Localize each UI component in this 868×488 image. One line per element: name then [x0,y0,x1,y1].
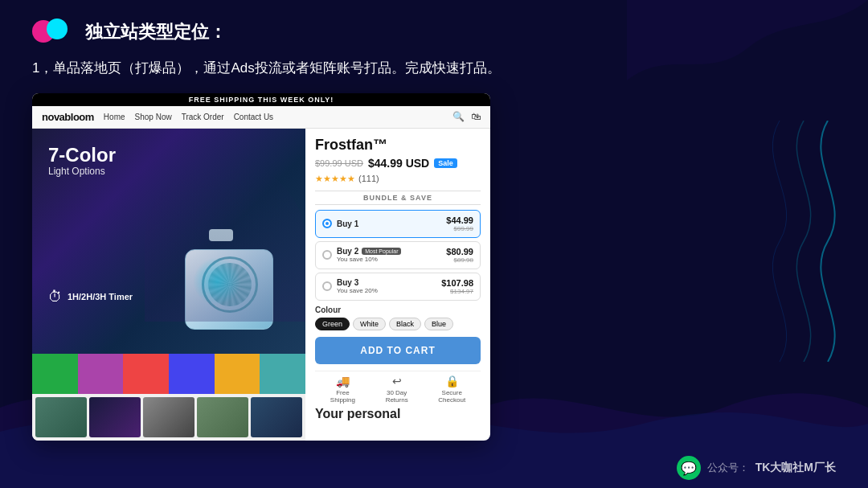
trust-badge-shipping: 🚚 Free Shipping [330,375,355,404]
swatch-red[interactable] [123,354,169,394]
swatch-yellow[interactable] [215,354,260,394]
sale-badge: Sale [434,158,457,168]
colour-white[interactable]: White [353,318,386,330]
watermark-brand: TK大咖社M厂长 [755,461,836,475]
brand-name: novabloom [42,111,94,123]
wechat-icon: 💬 [677,456,701,480]
bundle-price-orig-1: $99.99 [446,225,473,232]
light-options-text: Light Options [48,166,116,177]
thumbnail-5[interactable] [251,397,302,437]
bundle-label-2: Buy 2 [337,247,358,256]
returns-line2: Returns [386,396,408,404]
nav-links: Home Shop Now Track Order Contact Us [104,113,273,121]
shipping-line2: Shipping [330,396,355,404]
bundle-price-main-1: $44.99 [446,215,473,225]
current-price: $44.99 USD [368,157,429,170]
header-row: 独立站类型定位： [32,16,836,48]
colour-green[interactable]: Green [315,318,350,330]
bundle-label-1: Buy 1 [337,219,358,228]
trust-badge-secure: 🔒 Secure Checkout [438,375,465,404]
bundle-price-orig-3: $134.97 [441,288,473,295]
person-area [145,161,305,322]
bundle-price-main-3: $107.98 [441,278,473,288]
nav-home[interactable]: Home [104,113,125,121]
timer-text: 1H/2H/3H Timer [68,292,133,301]
product-image-area: 7-Color Light Options ⏱ 1H/2H/3H Timer [32,129,305,441]
your-personal-text: Your personal [315,407,481,421]
nav-track[interactable]: Track Order [182,113,224,121]
radio-btn-2 [322,250,332,260]
trust-badge-returns: ↩ 30 Day Returns [386,375,408,404]
rating-count: (111) [358,174,379,183]
swatch-green[interactable] [32,354,78,394]
bundle-info-3: Buy 3 You save 20% [337,278,378,294]
bundle-price-orig-2: $89.98 [446,256,473,264]
product-details: Frostfan™ $99.99 USD $44.99 USD Sale ★★★… [305,129,490,441]
thumbnail-2[interactable] [89,397,141,437]
bundle-info-2: Buy 2 Most Popular You save 10% [337,247,401,263]
bundle-price-1: $44.99 $99.99 [446,215,473,232]
subtitle: 1，单品落地页（打爆品），通过Ads投流或者矩阵账号打品。完成快速打品。 [32,58,836,79]
main-product-image: 7-Color Light Options ⏱ 1H/2H/3H Timer [32,129,305,354]
swatch-teal[interactable] [260,354,305,394]
thumbnails [32,394,305,441]
price-row: $99.99 USD $44.99 USD Sale [315,157,481,170]
timer-section: ⏱ 1H/2H/3H Timer [48,289,133,306]
radio-btn-1 [322,219,332,228]
announcement-bar: FREE SHIPPING THIS WEEK ONLY! [32,93,490,106]
header-title: 独立站类型定位： [85,20,227,44]
timer-icon: ⏱ [48,289,63,306]
product-title: Frostfan™ [315,137,481,154]
shipping-icon: 🚚 [330,375,355,388]
returns-line1: 30 Day [387,389,407,396]
search-icon[interactable]: 🔍 [452,111,465,122]
popular-badge: Most Popular [362,248,401,255]
product-image-overlay: 7-Color Light Options [48,145,116,177]
browser-mockup: FREE SHIPPING THIS WEEK ONLY! novabloom … [32,93,490,441]
bundle-price-3: $107.98 $134.97 [441,278,473,295]
watermark-prefix: 公众号： [707,461,749,475]
thumbnail-3[interactable] [143,397,194,437]
swatch-blue[interactable] [169,354,215,394]
color-swatches [32,354,305,394]
logo-circles [32,16,72,48]
bottom-bar: 💬 公众号： TK大咖社M厂长 [0,448,868,488]
trust-badges: 🚚 Free Shipping ↩ 30 Day Returns 🔒 Secur… [315,371,481,404]
watermark: 💬 公众号： TK大咖社M厂长 [677,456,836,480]
nav-shop[interactable]: Shop Now [135,113,172,121]
browser-nav: novabloom Home Shop Now Track Order Cont… [32,106,490,129]
colour-options: Green White Black Blue [315,318,481,330]
seven-color-text: 7-Color [48,145,116,166]
stars: ★★★★★ [315,174,355,184]
bundle-header: BUNDLE & SAVE [315,191,481,205]
add-to-cart-button[interactable]: ADD TO CART [315,337,481,364]
circle-cyan [47,18,68,39]
bundle-save-2: You save 10% [337,256,401,263]
bundle-label-3: Buy 3 [337,278,358,287]
rating-row: ★★★★★ (111) [315,174,481,184]
secure-line1: Secure [442,389,462,396]
nav-contact[interactable]: Contact Us [234,113,273,121]
bundle-option-1[interactable]: Buy 1 $44.99 $99.99 [315,210,481,238]
page-content: 独立站类型定位： 1，单品落地页（打爆品），通过Ads投流或者矩阵账号打品。完成… [0,0,868,457]
radio-btn-3 [322,281,332,291]
secure-icon: 🔒 [438,375,465,388]
secure-line2: Checkout [438,396,465,404]
thumbnail-1[interactable] [35,397,87,437]
original-price: $99.99 USD [315,158,363,168]
bundle-price-2: $80.99 $89.98 [446,247,473,264]
shipping-line1: Free [336,389,349,396]
swatch-purple[interactable] [78,354,124,394]
colour-black[interactable]: Black [389,318,421,330]
product-area: 7-Color Light Options ⏱ 1H/2H/3H Timer [32,129,490,441]
bundle-save-3: You save 20% [337,287,378,294]
cart-icon[interactable]: 🛍 [471,111,481,122]
colour-label: Colour [315,306,481,314]
colour-blue[interactable]: Blue [424,318,453,330]
bundle-option-2[interactable]: Buy 2 Most Popular You save 10% $80.99 $… [315,241,481,269]
bundle-price-main-2: $80.99 [446,247,473,256]
bundle-option-3[interactable]: Buy 3 You save 20% $107.98 $134.97 [315,273,481,301]
nav-icons: 🔍 🛍 [452,111,481,122]
returns-icon: ↩ [386,375,408,388]
thumbnail-4[interactable] [197,397,248,437]
